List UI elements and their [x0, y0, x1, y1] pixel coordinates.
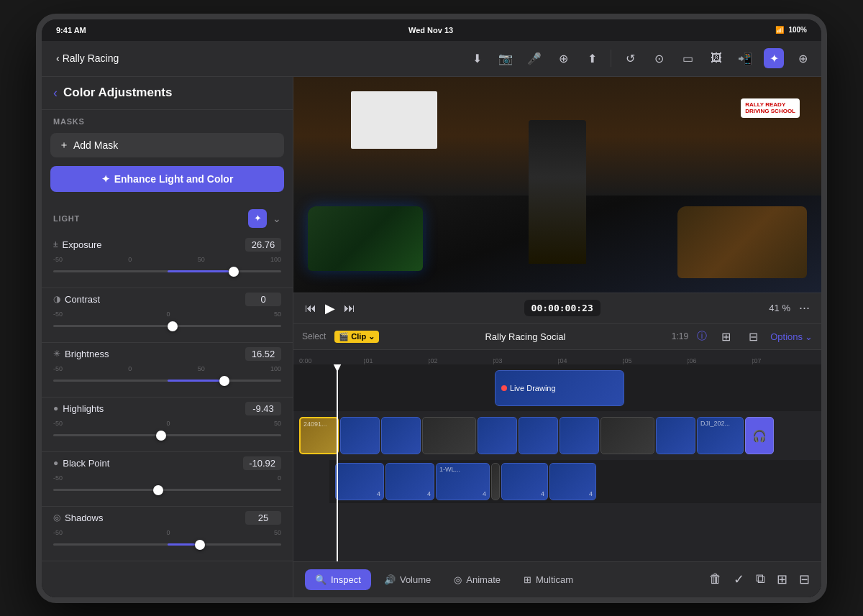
collapse-chevron-icon[interactable]: ⌄ [273, 213, 281, 224]
export-button[interactable]: ⬆ [582, 48, 602, 68]
slider-thumb[interactable] [195, 540, 205, 550]
highlights-value[interactable]: -9.43 [245, 402, 281, 415]
import-button[interactable]: 📲 [735, 48, 755, 68]
scene-screen [351, 91, 437, 149]
inspect-label: Inspect [331, 574, 361, 585]
options-button[interactable]: Options ⌄ [770, 331, 813, 342]
table-row[interactable] [656, 417, 695, 454]
volume-label: Volume [400, 574, 431, 585]
arrange-button[interactable]: ⊞ [777, 571, 787, 587]
list-item[interactable]: 4 [385, 463, 434, 500]
enhance-button[interactable]: ✦ Enhance Light and Color [50, 166, 284, 192]
exposure-value[interactable]: 26.76 [245, 238, 281, 252]
slider-fill [168, 270, 229, 272]
brightness-slider[interactable] [53, 374, 281, 388]
table-row[interactable] [340, 417, 380, 454]
table-row[interactable] [381, 417, 421, 454]
table-row[interactable]: 🎧 [745, 417, 774, 454]
play-button[interactable]: ▶ [325, 300, 335, 316]
clip-badge-label: Clip [351, 332, 366, 341]
list-item[interactable]: 4 [501, 463, 548, 500]
shadows-icon: ◎ [53, 512, 60, 523]
highlights-slider[interactable] [53, 428, 281, 443]
playhead[interactable] [337, 364, 338, 561]
slider-header: ◑ Contrast 0 [53, 293, 281, 306]
clip-count: 4 [541, 490, 544, 497]
table-row[interactable] [601, 417, 654, 454]
redo-button[interactable]: ⊙ [649, 48, 669, 68]
undo-button[interactable]: ↺ [620, 48, 640, 68]
ruler-mark: :01 [364, 357, 373, 364]
list-item[interactable] [491, 463, 500, 500]
light-section: LIGHT ✦ ⌄ ± Exposure 26 [42, 201, 293, 567]
delete-button[interactable]: 🗑 [709, 571, 722, 587]
download-button[interactable]: ⬇ [467, 48, 487, 68]
clip-selected[interactable]: 24091... [299, 417, 339, 454]
clip-count: 4 [589, 490, 593, 497]
scene-car-left [308, 206, 423, 271]
action-button[interactable]: ⊕ [553, 48, 573, 68]
battery-text: 100% [788, 26, 807, 34]
timeline-duration: 1:19 [672, 331, 688, 341]
tab-animate[interactable]: ◎ Animate [444, 569, 511, 590]
slider-thumb[interactable] [153, 485, 163, 495]
slider-thumb[interactable] [229, 267, 239, 277]
table-row[interactable] [519, 417, 558, 454]
tab-inspect[interactable]: 🔍 Inspect [305, 569, 371, 590]
brightness-value[interactable]: 16.52 [245, 347, 281, 361]
list-item[interactable]: 4 [549, 463, 596, 500]
slider-thumb[interactable] [168, 321, 178, 331]
clip-badge[interactable]: 🎬 Clip ⌄ [334, 331, 379, 343]
arrange-clips-button[interactable]: ⊞ [716, 326, 736, 346]
add-mask-button[interactable]: ＋ Add Mask [50, 133, 284, 157]
multicam-icon: ⊞ [524, 574, 531, 585]
status-time: 9:41 AM [56, 26, 86, 35]
mic-button[interactable]: 🎤 [524, 48, 544, 68]
tab-multicam[interactable]: ⊞ Multicam [513, 569, 583, 590]
shadows-value[interactable]: 25 [245, 511, 281, 525]
ruler-mark: :02 [429, 357, 438, 364]
list-item[interactable]: 1-WL... 4 [436, 463, 490, 500]
panel-back-button[interactable]: ‹ [53, 86, 58, 101]
table-row[interactable] [478, 417, 517, 454]
more-options-button[interactable]: ··· [799, 300, 810, 316]
photo-button[interactable]: 🖼 [706, 48, 726, 68]
live-drawing-clip[interactable]: Live Drawing [495, 370, 624, 406]
left-panel: ‹ Color Adjustments MASKS ＋ Add Mask ✦ E… [42, 77, 293, 597]
shadows-slider[interactable] [53, 538, 281, 552]
camera-button[interactable]: 📷 [496, 48, 516, 68]
color-adjust-button[interactable]: ✦ [764, 48, 784, 68]
live-drawing-label: Live Drawing [510, 384, 556, 392]
clip-count: 4 [483, 490, 486, 497]
blackpoint-value[interactable]: -10.92 [243, 456, 281, 470]
brightness-slider-row: ✳ Brightness 16.52 -50 0 50 100 [42, 343, 293, 397]
exposure-slider[interactable] [53, 265, 281, 279]
video-bg: RALLY READYDRIVING SCHOOL [293, 77, 821, 293]
split-button[interactable]: ⧉ [756, 571, 765, 587]
confirm-button[interactable]: ✓ [734, 571, 744, 587]
skip-back-button[interactable]: ⏮ [305, 302, 316, 315]
table-row[interactable] [422, 417, 476, 454]
contrast-value[interactable]: 0 [245, 293, 281, 306]
list-item[interactable]: 4 [335, 463, 384, 500]
display-button[interactable]: ▭ [677, 48, 698, 68]
bottom-actions: 🗑 ✓ ⧉ ⊞ ⊟ [709, 571, 810, 587]
tab-volume[interactable]: 🔊 Volume [374, 569, 441, 590]
skip-forward-button[interactable]: ⏭ [344, 302, 355, 315]
slider-thumb[interactable] [156, 431, 166, 441]
more-toolbar-button[interactable]: ⊕ [793, 48, 813, 68]
crop-button[interactable]: ⊟ [799, 571, 810, 587]
view-options-button[interactable]: ⊟ [743, 326, 763, 346]
table-row[interactable]: DJI_202... [697, 417, 744, 454]
scene-person [529, 120, 586, 264]
table-row[interactable] [560, 417, 599, 454]
blackpoint-slider[interactable] [53, 483, 281, 497]
light-label: LIGHT [53, 214, 80, 223]
info-icon[interactable]: ⓘ [697, 330, 707, 343]
highlights-label: ● Highlights [53, 403, 104, 414]
slider-fill [168, 543, 195, 546]
auto-enhance-button[interactable]: ✦ [248, 209, 267, 228]
slider-thumb[interactable] [219, 376, 229, 386]
back-button[interactable]: ‹ Rally Racing [50, 50, 124, 67]
contrast-slider[interactable] [53, 319, 281, 334]
